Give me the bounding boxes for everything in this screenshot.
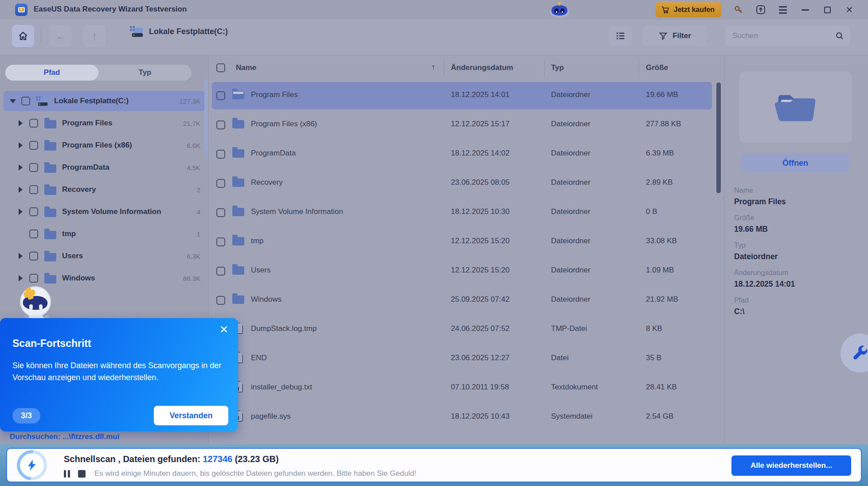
tab-typ[interactable]: Typ (98, 65, 192, 81)
column-header-type[interactable]: Typ (551, 63, 564, 72)
column-header-name[interactable]: Name (236, 63, 256, 72)
tree-caret-icon[interactable] (10, 99, 16, 103)
tree-item[interactable]: Lokale Festplatte(C:) 127.3K (4, 91, 205, 111)
search-icon[interactable] (835, 31, 845, 41)
row-checkbox[interactable] (216, 237, 225, 246)
row-checkbox[interactable] (216, 121, 225, 129)
row-checkbox[interactable] (216, 296, 225, 305)
stop-button[interactable] (78, 470, 86, 478)
license-key-icon[interactable] (733, 4, 744, 15)
row-size: 2.89 KB (646, 178, 673, 187)
tree-item-label: System Volume Information (62, 207, 197, 216)
scan-progress-bar: Schnellscan , Dateien gefunden: 127346 (… (6, 448, 862, 482)
back-button[interactable]: ← (50, 25, 72, 47)
table-row[interactable]: Windows 25.09.2025 07:42 Dateiordner 21.… (212, 287, 712, 314)
table-row[interactable]: Program Files (x86) 12.12.2025 15:17 Dat… (212, 111, 712, 139)
row-checkbox[interactable] (216, 208, 225, 217)
tree-item-count: 88.3K (183, 275, 205, 282)
share-upload-icon[interactable] (755, 4, 766, 15)
open-button[interactable]: Öffnen (741, 154, 849, 172)
row-name: Recovery (251, 178, 283, 187)
view-mode-button[interactable] (609, 26, 632, 46)
select-all-checkbox[interactable] (216, 63, 225, 72)
sidebar-scrollbar[interactable] (204, 79, 208, 156)
tree-item[interactable]: Program Files (x86) 6.6K (4, 135, 205, 156)
filter-button[interactable]: Filter (642, 26, 707, 46)
tree-caret-icon[interactable] (19, 120, 23, 126)
breadcrumb[interactable]: Lokale Festplatte(C:) (129, 25, 228, 38)
buy-now-button[interactable]: Jetzt kaufen (655, 2, 722, 17)
search-input[interactable] (725, 31, 835, 40)
tooltip-confirm-button[interactable]: Verstanden (154, 406, 228, 425)
sort-ascending-icon[interactable]: ↑ (431, 62, 436, 72)
menu-icon[interactable] (778, 4, 788, 15)
app-window: + EaseUS Data Recovery Wizard Testversio… (0, 0, 868, 486)
property-field: Name Program Files (734, 187, 863, 206)
table-row[interactable]: Users 12.12.2025 15:20 Dateiordner 1.09 … (212, 257, 712, 285)
row-type: Datei (551, 354, 569, 362)
property-field: Typ Dateiordner (734, 241, 863, 261)
table-row[interactable]: installer_debug.txt 07.10.2011 19:58 Tex… (212, 374, 712, 402)
row-name: pagefile.sys (251, 412, 291, 421)
assistant-mascot[interactable] (13, 285, 59, 322)
table-row[interactable]: Program Files 18.12.2025 14:01 Dateiordn… (212, 82, 712, 109)
tree-checkbox[interactable] (29, 163, 38, 172)
close-button[interactable]: ✕ (844, 4, 855, 15)
table-row[interactable]: pagefile.sys 18.12.2025 10:43 Systemdate… (212, 404, 712, 431)
tree-item[interactable]: Program Files 21.7K (4, 113, 205, 133)
tree-checkbox[interactable] (29, 185, 38, 194)
tree-item-count: 21.7K (183, 120, 205, 127)
folder-icon (232, 149, 244, 158)
tree-item[interactable]: ProgramData 4.5K (4, 157, 205, 178)
tree-checkbox[interactable] (29, 274, 38, 283)
table-row[interactable]: Recovery 23.06.2025 08:05 Dateiordner 2.… (212, 170, 712, 197)
row-checkbox[interactable] (216, 150, 225, 159)
home-button[interactable] (12, 25, 34, 47)
tree-checkbox[interactable] (29, 229, 38, 238)
tree-checkbox[interactable] (29, 141, 38, 150)
tree-caret-icon[interactable] (19, 164, 23, 171)
row-checkbox[interactable] (216, 91, 225, 100)
home-icon (17, 30, 29, 42)
tree-caret-icon[interactable] (19, 187, 23, 193)
tree-item[interactable]: Users 6.3K (4, 246, 205, 266)
tree-caret-icon[interactable] (19, 142, 23, 148)
row-size: 19.66 MB (646, 90, 678, 99)
column-divider (444, 60, 444, 77)
table-row[interactable]: tmp 12.12.2025 15:20 Dateiordner 33.08 K… (212, 228, 712, 256)
row-checkbox[interactable] (216, 179, 225, 188)
minimize-button[interactable] (800, 4, 810, 15)
tooltip-close-icon[interactable]: ✕ (219, 324, 228, 335)
tree-checkbox[interactable] (29, 119, 38, 128)
tree-item[interactable]: Recovery 2 (4, 179, 205, 200)
tree-caret-icon[interactable] (19, 253, 23, 259)
pause-button[interactable] (64, 470, 70, 478)
tree-caret-icon[interactable] (19, 209, 23, 215)
tree-checkbox[interactable] (29, 207, 38, 216)
table-row[interactable]: END 23.06.2025 12:27 Datei 35 B (212, 345, 712, 373)
tree-item-count: 6.6K (187, 142, 205, 149)
up-button[interactable]: ↑ (83, 25, 106, 47)
tree-checkbox[interactable] (21, 97, 30, 105)
recover-all-button[interactable]: Alle wiederherstellen... (731, 455, 851, 476)
table-row[interactable]: System Volume Information 18.12.2025 10:… (212, 199, 712, 226)
tree-item-label: ProgramData (62, 163, 187, 172)
tree-item[interactable]: tmp 1 (4, 224, 205, 244)
scan-title: Schnellscan , Dateien gefunden: (64, 454, 203, 464)
assistant-robot-icon[interactable] (548, 1, 571, 19)
row-checkbox[interactable] (216, 267, 225, 276)
table-row[interactable]: DumpStack.log.tmp 24.06.2025 07:52 TMP-D… (212, 316, 712, 343)
folder-icon (44, 187, 56, 195)
folder-icon (232, 208, 244, 216)
tree-item[interactable]: System Volume Information 4 (4, 202, 205, 222)
file-table: Name ↑ Änderungsdatum Typ Größe Program … (212, 55, 713, 445)
tree-checkbox[interactable] (29, 252, 38, 260)
maximize-button[interactable] (822, 4, 833, 15)
table-scrollbar[interactable] (716, 82, 721, 193)
column-header-size[interactable]: Größe (646, 63, 668, 72)
tree-item-count: 4 (197, 208, 205, 216)
table-row[interactable]: ProgramData 18.12.2025 14:02 Dateiordner… (212, 140, 712, 168)
tree-caret-icon[interactable] (19, 275, 23, 281)
column-header-date[interactable]: Änderungsdatum (451, 63, 513, 72)
tab-pfad[interactable]: Pfad (5, 65, 98, 81)
